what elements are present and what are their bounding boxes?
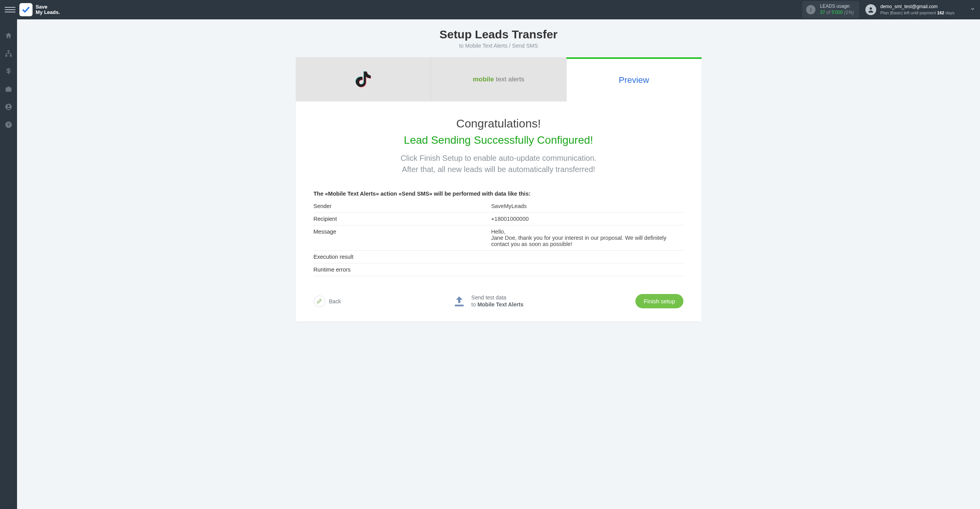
- congrats-description: Click Finish Setup to enable auto-update…: [314, 153, 684, 175]
- svg-rect-5: [10, 55, 12, 57]
- sitemap-icon: [5, 50, 12, 57]
- field-label: Message: [314, 225, 491, 251]
- pencil-icon: [316, 298, 322, 304]
- finish-setup-button[interactable]: Finish setup: [635, 294, 684, 308]
- action-intro: The «Mobile Text Alerts» action «Send SM…: [314, 191, 684, 197]
- svg-point-7: [7, 105, 9, 107]
- dollar-icon: [5, 67, 12, 75]
- field-value: [491, 251, 683, 263]
- field-label: Runtime errors: [314, 263, 491, 276]
- table-row: Recipient +18001000000: [314, 213, 684, 225]
- nav-home[interactable]: [4, 31, 13, 40]
- field-label: Execution result: [314, 251, 491, 263]
- tab-destination[interactable]: mobile text alerts: [431, 57, 566, 101]
- back-label: Back: [329, 298, 341, 304]
- svg-point-2: [870, 7, 872, 10]
- svg-point-0: [810, 8, 811, 9]
- wizard-card: mobile text alerts Preview Congratulatio…: [296, 57, 702, 322]
- svg-rect-4: [5, 55, 7, 57]
- success-message: Lead Sending Successfully Configured!: [314, 134, 684, 146]
- avatar-icon: [865, 4, 876, 15]
- svg-text:?: ?: [7, 122, 10, 127]
- tab-source[interactable]: [296, 57, 431, 101]
- account-menu[interactable]: demo_sml_test@gmail.com Plan |Basic| lef…: [865, 4, 975, 15]
- nav-profile[interactable]: [4, 102, 13, 112]
- tab-preview[interactable]: Preview: [566, 57, 702, 101]
- upload-icon: [453, 295, 466, 308]
- field-value: SaveMyLeads: [491, 200, 683, 213]
- page-subtitle: to Mobile Text Alerts / Send SMS: [439, 43, 558, 49]
- briefcase-icon: [5, 85, 12, 93]
- account-text: demo_sml_test@gmail.com Plan |Basic| lef…: [880, 4, 954, 15]
- table-row: Runtime errors: [314, 263, 684, 276]
- check-icon: [22, 5, 30, 14]
- leads-usage-widget[interactable]: LEADS usage: 37 of 5'000 (1%): [802, 1, 860, 18]
- svg-rect-3: [8, 50, 10, 52]
- field-value: [491, 263, 683, 276]
- field-label: Recipient: [314, 213, 491, 225]
- svg-rect-1: [810, 9, 811, 12]
- chevron-down-icon: [970, 6, 975, 13]
- table-row: Message Hello, Jane Doe, thank you for y…: [314, 225, 684, 251]
- field-value: +18001000000: [491, 213, 683, 225]
- menu-toggle[interactable]: [5, 4, 15, 15]
- send-test-label: Send test data to Mobile Text Alerts: [471, 294, 523, 308]
- field-value: Hello, Jane Doe, thank you for your inte…: [491, 225, 683, 251]
- table-row: Sender SaveMyLeads: [314, 200, 684, 213]
- sidebar: ?: [0, 19, 17, 509]
- brand-logo[interactable]: [19, 3, 33, 16]
- tiktok-icon: [353, 69, 374, 90]
- mobile-text-alerts-label: mobile text alerts: [473, 76, 524, 83]
- preview-data-table: Sender SaveMyLeads Recipient +1800100000…: [314, 200, 684, 276]
- home-icon: [5, 32, 12, 40]
- question-icon: ?: [5, 121, 12, 129]
- info-icon: [806, 5, 815, 14]
- congrats-title: Congratulations!: [314, 117, 684, 130]
- nav-briefcase[interactable]: [4, 84, 13, 94]
- nav-help[interactable]: ?: [4, 120, 13, 129]
- field-label: Sender: [314, 200, 491, 213]
- nav-billing[interactable]: [4, 67, 13, 76]
- brand-text: Save My Leads.: [36, 4, 60, 15]
- table-row: Execution result: [314, 251, 684, 263]
- page-title: Setup Leads Transfer: [439, 28, 558, 41]
- tab-preview-label: Preview: [619, 75, 649, 85]
- back-button[interactable]: Back: [314, 296, 341, 307]
- nav-connections[interactable]: [4, 49, 13, 58]
- user-circle-icon: [5, 103, 12, 111]
- usage-text: LEADS usage: 37 of 5'000 (1%): [820, 3, 854, 15]
- send-test-button[interactable]: Send test data to Mobile Text Alerts: [453, 294, 523, 308]
